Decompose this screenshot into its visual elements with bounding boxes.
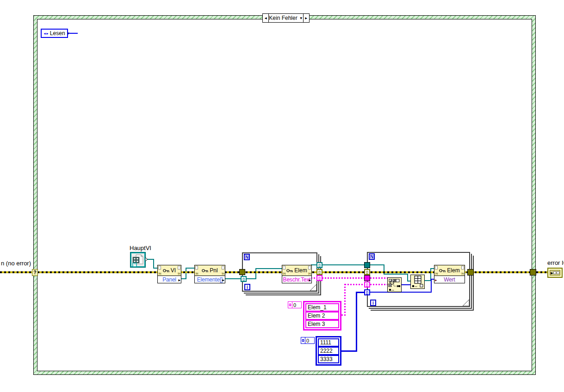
property-name[interactable]: Wert: [444, 276, 455, 283]
property-node-vi[interactable]: ?! ?! VI Panel ▶: [157, 265, 181, 283]
enum-dropdown-icon[interactable]: ▼: [67, 31, 70, 36]
indexing-tunnel-glyph: []: [366, 283, 368, 286]
loop-iteration-label: i: [247, 285, 248, 290]
error-in-terminal-icon: ?!: [195, 272, 198, 276]
refnum-page-icon: [308, 266, 311, 270]
index-spinner[interactable]: [288, 302, 292, 308]
property-node-class: Elem: [447, 267, 459, 274]
property-node-beschrtext[interactable]: ?! ?! Elem Beschr.Text ▶: [282, 265, 312, 283]
loop1-string-out-tunnel: []: [316, 275, 322, 281]
loop2-error-out-tunnel: [467, 269, 474, 276]
property-node-class: Elem: [294, 267, 307, 274]
value-array-index[interactable]: 0: [301, 337, 315, 344]
indexing-tunnel-glyph: []: [318, 276, 321, 280]
property-name[interactable]: Elemente[]: [197, 276, 223, 283]
error-in-terminal-icon: ?!: [283, 272, 286, 276]
enum-constant-lesen[interactable]: ◄► Lesen ▼: [41, 29, 68, 38]
index-array-node[interactable]: [410, 275, 425, 289]
loop2-count-terminal[interactable]: N: [369, 253, 375, 260]
search-1d-array-node[interactable]: [387, 277, 402, 292]
wire-panel-h2: [186, 268, 194, 269]
value-array-constant[interactable]: 1111 2222 3333: [316, 336, 341, 366]
label-array-item-2[interactable]: Elem 3: [305, 320, 339, 328]
wire-labels-v: [344, 284, 346, 316]
wire-values-h2: [356, 292, 365, 293]
wire-loop1-h1: [247, 278, 256, 279]
error-in-terminal-icon: ?!: [435, 272, 438, 276]
wire-loop2-teal-h1: [370, 264, 384, 265]
wire-search-element-in: [370, 284, 388, 285]
loop1-ref-out-tunnel: []: [316, 262, 322, 268]
property-node-class: Pnl: [210, 267, 217, 274]
error-out-indicator[interactable]: ▶: [547, 268, 563, 278]
case-name: Kein Fehler: [269, 15, 297, 21]
label-array-index[interactable]: 0: [288, 301, 302, 308]
loop-count-label: N: [370, 254, 373, 259]
error-out-terminal-icon: ?!: [461, 272, 464, 276]
property-node-wert[interactable]: ?! ?! Elem ▶ Wert: [434, 265, 465, 283]
indexing-tunnel-glyph: []: [366, 291, 368, 294]
case-selector-terminal[interactable]: ?: [32, 269, 38, 276]
refnum-page-icon: [283, 266, 285, 270]
key-icon: [202, 269, 208, 273]
loop2-error-in-tunnel: []: [364, 269, 370, 275]
wire-search-index-out: [402, 284, 411, 285]
case-structure-interior: [37, 19, 532, 371]
property-node-pnl[interactable]: ?! ?! Pnl Elemente[] ▶: [194, 265, 225, 283]
index-value[interactable]: 0: [292, 302, 301, 308]
case-error-out-tunnel: [530, 269, 536, 276]
cluster-bit: [553, 271, 556, 274]
property-output-arrow: ▶: [179, 278, 180, 281]
wire-labels-h2: [345, 284, 365, 285]
enum-value: Lesen: [50, 30, 65, 37]
error-in-terminal-icon: ?!: [158, 272, 161, 276]
error-out-label: error IO: [547, 259, 564, 266]
cluster-bit: [557, 271, 559, 274]
refnum-page-icon: [195, 266, 198, 270]
wire-values-v: [356, 292, 357, 352]
property-node-class: VI: [171, 267, 176, 274]
refnum-page-icon: [461, 266, 464, 270]
loop-count-label: N: [245, 255, 248, 260]
loop2-stringarray-in-tunnel: [364, 275, 370, 281]
property-name[interactable]: Panel: [162, 276, 176, 283]
case-structure-label[interactable]: ◄ Kein Fehler ▼ ►: [262, 13, 310, 23]
index-spinner[interactable]: [301, 337, 305, 343]
property-output-arrow: ▶: [309, 278, 311, 281]
value-array-item-1[interactable]: 2222: [318, 347, 339, 355]
error-out-terminal-icon: ?!: [177, 272, 180, 276]
error-in-label: n (no error): [1, 260, 31, 267]
label-array-item-0[interactable]: Elem_1: [305, 303, 339, 312]
for-loop-2-corner-fold: [463, 300, 469, 306]
loop2-iteration-terminal[interactable]: i: [370, 300, 376, 306]
property-input-arrow: ▶: [435, 278, 437, 281]
property-name[interactable]: Beschr.Text: [283, 276, 311, 283]
wire-loop1-v: [255, 268, 256, 279]
loop1-count-terminal[interactable]: N: [244, 254, 250, 260]
value-array-item-0[interactable]: 1111: [318, 338, 339, 347]
wire-loop1-h2: [255, 268, 282, 269]
case-prev-arrow[interactable]: ◄: [263, 14, 269, 22]
wire-loop2-teal-h2: [384, 274, 408, 275]
property-output-arrow: ▶: [223, 278, 224, 281]
loop1-error-in-tunnel: [239, 269, 245, 275]
case-dropdown-icon[interactable]: ▼: [299, 16, 303, 20]
case-next-arrow[interactable]: ►: [303, 14, 309, 22]
index-value[interactable]: 0: [305, 337, 314, 343]
label-array-item-1[interactable]: Elem 2: [305, 312, 339, 320]
loop1-iteration-terminal[interactable]: i: [244, 284, 250, 290]
static-vi-reference-icon[interactable]: [130, 252, 146, 268]
indexing-tunnel-glyph: []: [366, 270, 368, 274]
vi-ref-output-terminal: [145, 257, 148, 262]
refnum-page-icon: [158, 266, 161, 270]
enum-increment-icon[interactable]: ◄►: [43, 32, 49, 35]
loop1-refarray-in-tunnel: []: [241, 276, 247, 282]
refnum-page-icon: [222, 266, 224, 270]
label-array-constant[interactable]: Elem_1 Elem 2 Elem 3: [303, 301, 341, 331]
refnum-page-icon: [435, 266, 438, 270]
wire-panel-v: [186, 268, 186, 279]
value-array-item-2[interactable]: 3333: [318, 355, 339, 363]
error-cluster-icon: ▶: [550, 270, 560, 276]
refnum-page-icon: [178, 266, 180, 270]
key-icon: [163, 269, 169, 273]
